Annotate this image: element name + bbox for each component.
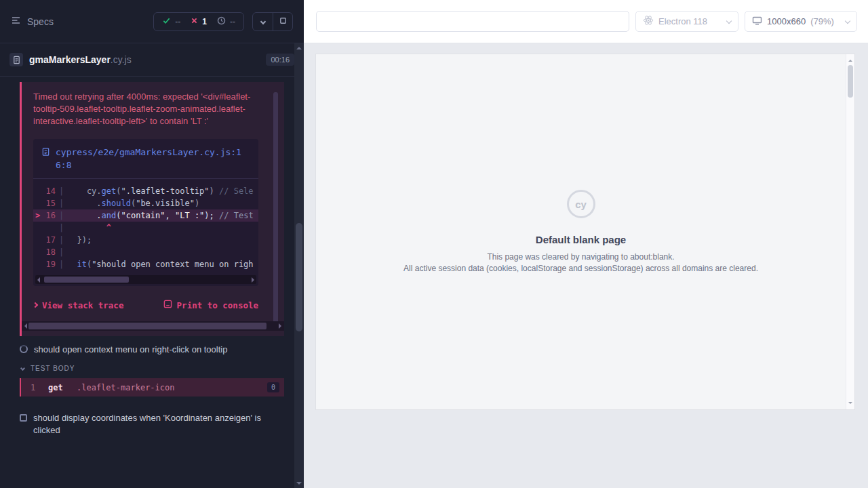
spec-file-icon <box>9 53 23 66</box>
scroll-right-arrow[interactable] <box>279 323 281 329</box>
file-icon <box>41 146 50 171</box>
file-link-text: cypress/e2e/gmaMarkersLayer.cy.js:16:8 <box>56 146 250 171</box>
x-icon <box>191 17 198 26</box>
test-title: should open context menu on right-click … <box>34 344 227 356</box>
scrollbar-thumb[interactable] <box>28 323 267 329</box>
code-line: 19| it("should open context menu on righ <box>33 258 258 270</box>
scroll-left-arrow[interactable] <box>24 323 27 329</box>
print-to-console-button[interactable]: Print to console <box>163 300 258 310</box>
test-body-label: TEST BODY <box>31 365 75 372</box>
stat-pending: -- <box>217 16 235 27</box>
error-panel: Timed out retrying after 4000ms: expecte… <box>20 82 284 336</box>
code-frame: cypress/e2e/gmaMarkersLayer.cy.js:16:8 1… <box>33 139 258 286</box>
error-message: Timed out retrying after 4000ms: expecte… <box>33 91 271 127</box>
scroll-left-arrow[interactable] <box>37 277 40 283</box>
url-toolbar: Electron 118 1000x660 (79%) <box>304 0 868 43</box>
command-message: .leaflet-marker-icon <box>77 383 175 392</box>
chevron-down-icon <box>260 18 265 24</box>
passed-count: -- <box>175 17 180 26</box>
test-title: should display coordinates when 'Koordin… <box>33 412 272 436</box>
scroll-down-arrow[interactable] <box>296 482 302 485</box>
test-item-queued[interactable]: should display coordinates when 'Koordin… <box>20 405 284 440</box>
code-line: >16| .and("contain", "LT :"); // Test <box>33 209 258 222</box>
print-label: Print to console <box>177 300 258 310</box>
scrollbar-thumb[interactable] <box>296 223 302 331</box>
test-body-toggle[interactable]: TEST BODY <box>20 359 284 377</box>
scroll-up-arrow[interactable] <box>848 58 852 62</box>
code-line: 14| cy.get(".leaflet-tooltip") // Sele <box>33 185 258 197</box>
blank-page-line2: All active session data (cookies, localS… <box>316 263 846 274</box>
scrollbar-thumb[interactable] <box>848 65 853 98</box>
scroll-down-arrow[interactable] <box>848 402 852 406</box>
electron-icon <box>643 15 654 28</box>
reporter-header: Specs -- 1 -- <box>0 0 304 43</box>
stack-trace-label: View stack trace <box>42 300 123 310</box>
stat-failed: 1 <box>191 17 207 26</box>
code-line: 15| .should("be.visible") <box>33 197 258 209</box>
command-method: get <box>48 383 77 392</box>
check-icon <box>162 16 171 27</box>
code-lines: 14| cy.get(".leaflet-tooltip") // Sele15… <box>33 179 258 272</box>
pending-count: -- <box>230 17 235 26</box>
reporter-sidebar: Specs -- 1 -- gmaMarkers <box>0 0 304 488</box>
viewport-icon <box>752 16 762 28</box>
code-line: 17| }); <box>33 234 258 246</box>
command-count-badge: 0 <box>267 382 279 392</box>
error-vertical-scrollbar-thumb[interactable] <box>273 92 278 331</box>
test-running-icon <box>20 345 28 353</box>
chevron-down-icon <box>845 18 850 23</box>
code-horizontal-scrollbar <box>35 275 256 284</box>
chevron-right-icon <box>33 302 38 308</box>
command-number: 1 <box>31 383 48 392</box>
test-queued-icon <box>20 414 27 422</box>
test-item-running[interactable]: should open context menu on right-click … <box>20 336 284 359</box>
reporter-content: Timed out retrying after 4000ms: expecte… <box>0 77 294 488</box>
console-icon <box>163 300 172 310</box>
spec-extension: .cy.js <box>111 54 132 65</box>
blank-page-title: Default blank page <box>316 234 846 245</box>
viewport-scale: (79%) <box>810 16 834 26</box>
viewport-size: 1000x660 <box>767 16 806 26</box>
aut-vertical-scrollbar <box>846 54 854 409</box>
command-row-failed[interactable]: 1 get .leaflet-marker-icon 0 <box>20 378 284 396</box>
clock-icon <box>217 16 226 27</box>
spec-name: gmaMarkersLayer <box>29 54 111 65</box>
reporter-vertical-scrollbar <box>294 43 304 488</box>
code-line: | ^ <box>33 222 258 234</box>
blank-page-message: cy Default blank page This page was clea… <box>316 190 846 274</box>
browser-selector[interactable]: Electron 118 <box>635 11 738 32</box>
url-input[interactable] <box>316 11 629 32</box>
stop-run-button[interactable] <box>273 13 292 30</box>
chevron-down-icon <box>20 366 25 371</box>
spec-duration: 00:16 <box>266 54 294 66</box>
run-controls <box>252 12 293 31</box>
view-stack-trace-button[interactable]: View stack trace <box>33 300 123 310</box>
blank-page-line1: This page was cleared by navigating to a… <box>316 251 846 263</box>
failed-count: 1 <box>202 17 207 26</box>
specs-list-icon <box>11 16 21 27</box>
code-line: 18| <box>33 246 258 258</box>
chevron-down-icon <box>726 18 732 23</box>
scrollbar-thumb[interactable] <box>44 277 129 283</box>
specs-label: Specs <box>27 16 54 27</box>
collapse-all-button[interactable] <box>253 13 273 30</box>
aut-iframe: cy Default blank page This page was clea… <box>316 54 854 409</box>
error-horizontal-scrollbar <box>22 321 284 331</box>
scroll-right-arrow[interactable] <box>252 277 254 283</box>
specs-button[interactable]: Specs <box>11 16 54 27</box>
aut-stage: cy Default blank page This page was clea… <box>304 43 868 488</box>
viewport-selector[interactable]: 1000x660 (79%) <box>745 11 857 32</box>
spec-file-row[interactable]: gmaMarkersLayer.cy.js 00:16 <box>0 43 304 77</box>
error-actions: View stack trace Print to console <box>33 300 258 310</box>
stop-icon <box>279 16 288 28</box>
stat-passed: -- <box>162 16 180 27</box>
cypress-logo: cy <box>567 190 595 218</box>
test-stats: -- 1 -- <box>153 12 244 31</box>
code-frame-file-link[interactable]: cypress/e2e/gmaMarkersLayer.cy.js:16:8 <box>33 139 258 179</box>
browser-label: Electron 118 <box>658 16 707 26</box>
scroll-up-arrow[interactable] <box>296 47 302 49</box>
